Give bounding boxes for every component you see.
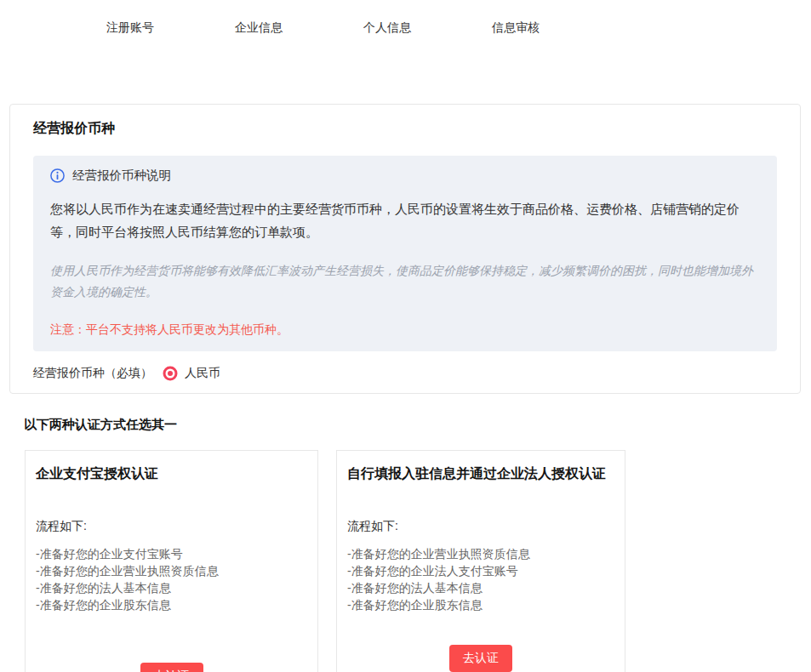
process-step: -准备好您的企业股东信息 — [347, 596, 614, 613]
process-step: -准备好您的法人基本信息 — [347, 579, 614, 596]
process-step: -准备好您的法人基本信息 — [36, 579, 307, 596]
process-step: -准备好您的企业法人支付宝账号 — [347, 562, 614, 579]
auth-option-self-report-card: 自行填报入驻信息并通过企业法人授权认证 流程如下: -准备好您的企业营业执照资质… — [336, 450, 625, 672]
currency-section-card: 经营报价币种 经营报价币种说明 您将以人民币作为在速卖通经营过程中的主要经营货币… — [9, 104, 801, 394]
process-step: -准备好您的企业股东信息 — [36, 596, 307, 613]
currency-notice-box: 经营报价币种说明 您将以人民币作为在速卖通经营过程中的主要经营货币币种，人民币的… — [33, 156, 777, 351]
currency-field-row: 经营报价币种（必填） 人民币 — [33, 366, 777, 381]
notice-tip-text: 使用人民币作为经营货币将能够有效降低汇率波动产生经营损失，使商品定价能够保持稳定… — [50, 260, 760, 303]
step-personal-info[interactable]: 个人信息 — [363, 20, 411, 37]
currency-radio-selected[interactable] — [168, 371, 173, 376]
notice-title: 经营报价币种说明 — [72, 168, 171, 184]
auth-option-alipay-title: 企业支付宝授权认证 — [36, 465, 307, 483]
process-label: 流程如下: — [36, 519, 307, 534]
auth-options-row: 企业支付宝授权认证 流程如下: -准备好您的企业支付宝账号 -准备好您的企业营业… — [25, 450, 811, 672]
process-list: -准备好您的企业营业执照资质信息 -准备好您的企业法人支付宝账号 -准备好您的法… — [347, 545, 614, 613]
step-info-review[interactable]: 信息审核 — [492, 20, 540, 37]
process-step: -准备好您的企业营业执照资质信息 — [347, 545, 614, 562]
process-label: 流程如下: — [347, 519, 614, 534]
currency-section-title: 经营报价币种 — [33, 120, 777, 138]
go-authenticate-button-alipay[interactable]: 去认证 — [140, 663, 203, 672]
registration-stepper: 注册账号 企业信息 个人信息 信息审核 — [0, 0, 811, 37]
notice-warning-text: 注意：平台不支持将人民币更改为其他币种。 — [50, 322, 760, 338]
process-step: -准备好您的企业营业执照资质信息 — [36, 562, 307, 579]
notice-body-text: 您将以人民币作为在速卖通经营过程中的主要经营货币币种，人民币的设置将生效于商品价… — [50, 197, 760, 243]
info-icon — [50, 168, 65, 183]
process-list: -准备好您的企业支付宝账号 -准备好您的企业营业执照资质信息 -准备好您的法人基… — [36, 545, 307, 613]
auth-section-heading: 以下两种认证方式任选其一 — [24, 417, 811, 433]
go-authenticate-button-self-report[interactable]: 去认证 — [449, 645, 512, 672]
auth-option-alipay-card: 企业支付宝授权认证 流程如下: -准备好您的企业支付宝账号 -准备好您的企业营业… — [25, 450, 318, 672]
currency-radio-label[interactable]: 人民币 — [185, 366, 220, 381]
step-company-info[interactable]: 企业信息 — [235, 20, 283, 37]
process-step: -准备好您的企业支付宝账号 — [36, 545, 307, 562]
auth-option-self-report-title: 自行填报入驻信息并通过企业法人授权认证 — [347, 465, 614, 483]
step-register-account[interactable]: 注册账号 — [106, 20, 154, 37]
currency-field-label: 经营报价币种（必填） — [33, 366, 152, 381]
